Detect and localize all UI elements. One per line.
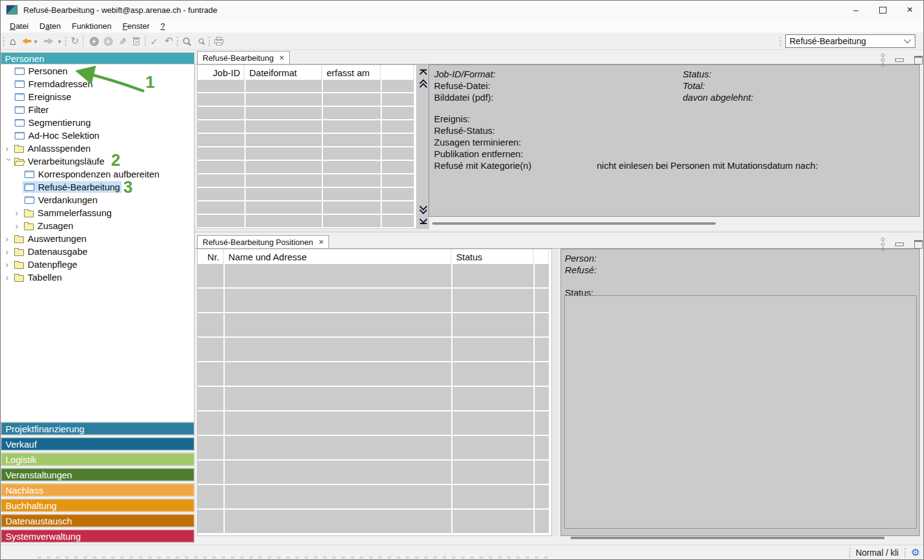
refresh-button[interactable]: ↻ [68,33,82,50]
search-small-button[interactable] [195,33,208,50]
table-row [198,120,416,133]
settings-gear-icon[interactable]: ⚙ [911,548,920,558]
field-label: Publikation entfernen: [434,149,523,159]
column-header-nr[interactable]: ˆNr. [198,249,223,264]
toolbar-grip[interactable] [3,37,4,46]
tree-item-label: Filter [28,104,49,115]
module-systemverwaltung[interactable]: Systemverwaltung [1,529,195,543]
chevron-collapsed-icon[interactable]: › [6,260,12,269]
tab-refuse-bearbeitung[interactable]: Refusé-Bearbeitung × [197,51,290,64]
tree-item-fremdadressen[interactable]: Fremdadressen [1,77,194,90]
tree-item-auswertungen[interactable]: ›Auswertungen [1,232,194,245]
close-button[interactable]: × [896,1,923,19]
window-icon [15,93,25,101]
scroll-to-bottom-button[interactable] [420,217,427,224]
table-row [198,147,416,160]
menu-item-datei[interactable]: Datei [4,20,34,32]
menu-item-daten[interactable]: Daten [34,20,66,32]
tree-item-ad-hoc-selektion[interactable]: Ad-Hoc Selektion [1,129,194,142]
confirm-button[interactable]: ✓ [147,33,161,50]
module-buchhaltung[interactable]: Buchhaltung [1,499,195,512]
chevron-collapsed-icon[interactable]: › [15,222,22,230]
column-header-status[interactable]: Status [452,249,534,264]
tree-item-verarbeitungsläufe[interactable]: ›Verarbeitungsläufe [1,155,194,168]
sidebar-header[interactable]: Personen [1,52,195,64]
module-datenaustausch[interactable]: Datenaustausch [1,514,195,527]
forward-button[interactable] [42,33,55,50]
tree-item-ereignisse[interactable]: Ereignisse [1,90,194,103]
panel-maximize-icon[interactable] [914,56,923,64]
tree-item-refusé-bearbeitung[interactable]: Refusé-Bearbeitung [1,181,194,193]
column-header-name-und-adresse[interactable]: Name und Adresse [225,249,451,264]
panel-menu-icon[interactable] [881,53,885,67]
search-icon [182,37,192,46]
panel-minimize-icon[interactable] [895,58,904,62]
toolbar-grip[interactable] [177,37,178,46]
chevron-expanded-icon[interactable]: › [5,158,14,165]
add-secondary-button[interactable]: + [101,33,115,50]
printer-icon [214,37,224,45]
module-verkauf[interactable]: Verkauf [1,437,195,451]
forward-dropdown[interactable]: ▾ [55,33,64,50]
tree-item-sammelerfassung[interactable]: ›Sammelerfassung [1,206,194,219]
page-down-button[interactable] [421,204,426,213]
tree-item-anlassspenden[interactable]: ›Anlassspenden [1,142,194,155]
back-dropdown[interactable]: ▾ [31,33,40,50]
module-nachlass[interactable]: Nachlass [1,483,195,497]
column-header-job-id[interactable]: Job-ID [198,65,244,80]
chevron-collapsed-icon[interactable]: › [6,273,12,282]
horizontal-scrollbar-thumb[interactable] [570,537,885,539]
tree-item-korrespondenzen-aufbereiten[interactable]: Korrespondenzen aufbereiten [1,168,194,181]
panel-minimize-icon[interactable] [895,243,904,246]
tab-close-icon[interactable]: × [279,53,284,63]
tree-item-datenausgabe[interactable]: ›Datenausgabe [1,245,194,258]
column-header-dateiformat[interactable]: Dateiformat [246,65,322,80]
tree-item-tabellen[interactable]: ›Tabellen [1,271,194,284]
toolbar-grip[interactable] [780,37,781,46]
tree-item-datenpflege[interactable]: ›Datenpflege [1,258,194,271]
status-text-area[interactable] [564,295,917,529]
toolbar-grip[interactable] [209,37,210,46]
maximize-button[interactable] [869,1,896,19]
tree-item-zusagen[interactable]: ›Zusagen [1,219,194,232]
home-button[interactable]: ⌂ [6,33,20,50]
column-header-blank[interactable] [535,249,549,264]
module-veranstaltungen[interactable]: Veranstaltungen [1,468,195,481]
add-button[interactable]: + [87,33,101,50]
chevron-collapsed-icon[interactable]: › [6,247,12,256]
vertical-scrollbar[interactable] [552,249,558,536]
tree-item-filter[interactable]: Filter [1,103,194,116]
page-up-button[interactable] [421,80,426,90]
scroll-to-top-button[interactable] [420,69,427,77]
context-selector[interactable]: Refusé-Bearbeitung [785,34,915,48]
print-button[interactable] [212,33,227,50]
module-projektfinanzierung[interactable]: Projektfinanzierung [1,422,195,435]
minimize-button[interactable]: – [842,1,869,19]
menu-item-funktionen[interactable]: Funktionen [66,20,117,32]
tree-item-segmentierung[interactable]: Segmentierung [1,116,194,129]
tab-refuse-bearbeitung-positionen[interactable]: Refusé-Bearbeitung Positionen × [197,235,329,248]
module-logistik[interactable]: Logistik [1,453,195,466]
panel-maximize-icon[interactable] [914,240,923,249]
tree-item-verdankungen[interactable]: Verdankungen [1,193,194,206]
panel-menu-icon[interactable] [881,238,885,251]
column-header-erfasst-am[interactable]: erfasst am [323,65,381,80]
chevron-collapsed-icon[interactable]: › [6,144,12,153]
menu-item-[interactable]: ? [155,20,170,32]
horizontal-scrollbar-thumb[interactable] [432,222,716,225]
undo-button[interactable]: ↶ [162,33,176,50]
table-row [198,510,551,533]
table-row [198,411,551,435]
menu-item-fenster[interactable]: Fenster [117,20,155,32]
tab-close-icon[interactable]: × [319,237,324,247]
column-header-blank[interactable] [382,65,414,80]
search-button[interactable] [180,33,193,50]
edit-button[interactable]: ✎ [116,33,130,50]
toolbar-grip[interactable] [65,37,66,46]
tree-item-personen[interactable]: Personen [1,64,194,77]
check-icon: ✓ [150,37,158,46]
tree-item-label: Korrespondenzen aufbereiten [38,169,160,179]
chevron-collapsed-icon[interactable]: › [15,209,22,217]
chevron-collapsed-icon[interactable]: › [6,235,12,243]
delete-button[interactable]: × [130,33,143,50]
